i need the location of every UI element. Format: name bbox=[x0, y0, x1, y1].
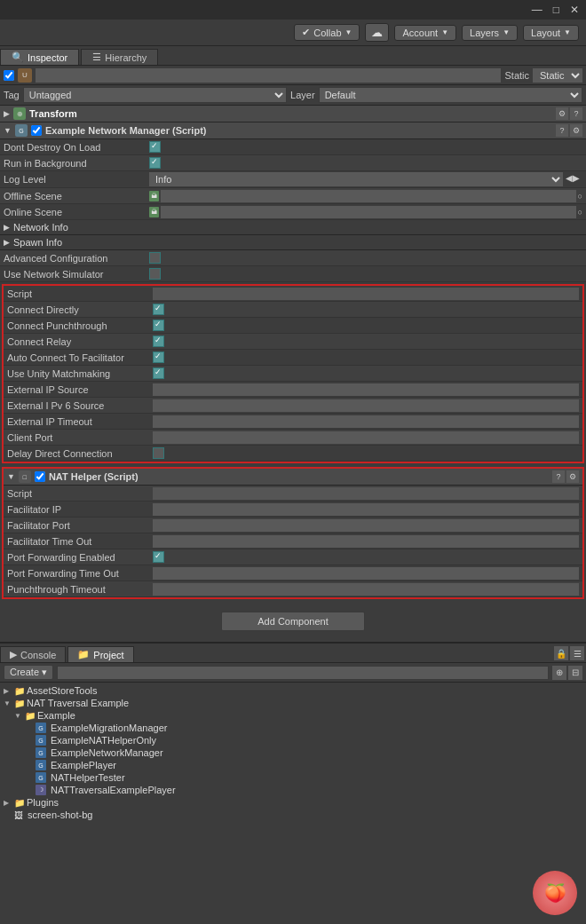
project-icon: 📁 bbox=[77, 649, 90, 660]
external-ip-source-input[interactable]: http://ipv4.icanhazip.com bbox=[153, 383, 579, 396]
external-ip-timeout-input[interactable]: 10 bbox=[153, 415, 579, 428]
layer-dropdown[interactable]: Default bbox=[319, 87, 582, 103]
facilitator-port-input[interactable]: 61111 bbox=[153, 519, 579, 532]
panel-menu-button[interactable]: ☰ bbox=[570, 646, 584, 660]
transform-help-button[interactable]: ? bbox=[570, 107, 582, 120]
collab-icon: ✔ bbox=[302, 27, 310, 38]
facilitator-ip-row: Facilitator IP grabblesgame.com bbox=[4, 501, 582, 517]
tab-project[interactable]: 📁 Project bbox=[67, 646, 133, 662]
connect-punchthrough-checkbox[interactable] bbox=[153, 320, 164, 331]
chevron-down-icon: ▼ bbox=[564, 28, 571, 36]
list-item[interactable]: ▶ 📁 AssetStoreTools bbox=[0, 684, 586, 697]
static-dropdown[interactable]: Static bbox=[533, 68, 582, 83]
cloud-button[interactable]: ☁ bbox=[365, 23, 389, 42]
tab-inspector[interactable]: 🔍 Inspector bbox=[0, 49, 79, 65]
advanced-config-checkbox[interactable] bbox=[149, 252, 161, 264]
external-ipv6-source-input[interactable]: http://ipv6.icanhazip.com bbox=[153, 399, 579, 412]
tab-bar: 🔍 Inspector ☰ Hierarchy bbox=[0, 46, 586, 66]
punchthrough-timeout-input[interactable]: 30 bbox=[153, 583, 579, 596]
delay-direct-row: Delay Direct Connection bbox=[4, 446, 582, 462]
network-manager-header[interactable]: ▼ G Example Network Manager (Script) ? ⚙ bbox=[0, 122, 586, 139]
layers-button[interactable]: Layers ▼ bbox=[462, 25, 518, 41]
facilitator-timeout-label: Facilitator Time Out bbox=[7, 536, 149, 547]
use-network-sim-checkbox[interactable] bbox=[149, 268, 161, 280]
view-button[interactable]: ⊟ bbox=[568, 666, 582, 680]
dont-destroy-checkbox[interactable] bbox=[149, 141, 161, 153]
add-component-button[interactable]: Add Component bbox=[221, 612, 365, 631]
network-info-row[interactable]: ▶ Network Info bbox=[0, 220, 586, 235]
component-help-button[interactable]: ? bbox=[556, 124, 568, 137]
connect-directly-checkbox[interactable] bbox=[153, 304, 164, 315]
online-scene-icon: 🏔 bbox=[149, 207, 159, 217]
facilitator-ip-label: Facilitator IP bbox=[7, 504, 149, 515]
list-item[interactable]: G NATHelperTester bbox=[0, 771, 586, 784]
script-icon: G bbox=[36, 747, 46, 758]
facilitator-timeout-input[interactable]: 30 bbox=[153, 535, 579, 548]
list-item[interactable]: ☽ NATTraversalExamplePlayer bbox=[0, 784, 586, 796]
external-ip-timeout-label: External IP Timeout bbox=[7, 416, 149, 427]
transform-icon: ⊕ bbox=[13, 107, 26, 120]
facilitator-port-label: Facilitator Port bbox=[7, 520, 149, 531]
tag-dropdown[interactable]: Untagged bbox=[23, 87, 287, 103]
delay-direct-label: Delay Direct Connection bbox=[7, 448, 149, 459]
auto-connect-checkbox[interactable] bbox=[153, 351, 164, 363]
layout-button[interactable]: Layout ▼ bbox=[523, 25, 579, 41]
run-in-bg-row: Run in Background bbox=[0, 155, 586, 171]
list-item[interactable]: 🖼 screen-shot-bg bbox=[0, 809, 586, 821]
tab-hierarchy[interactable]: ☰ Hierarchy bbox=[81, 49, 158, 65]
port-forwarding-timeout-row: Port Forwarding Time Out 10 bbox=[4, 565, 582, 581]
account-button[interactable]: Account ▼ bbox=[394, 25, 456, 41]
panel-lock-button[interactable]: 🔒 bbox=[554, 646, 568, 660]
component-settings-button[interactable]: ⚙ bbox=[570, 124, 582, 137]
maximize-button[interactable]: □ bbox=[553, 4, 559, 16]
list-item[interactable]: ▶ 📁 Plugins bbox=[0, 796, 586, 809]
collab-button[interactable]: ✔ Collab ▼ bbox=[294, 24, 360, 41]
transform-header[interactable]: ▶ ⊕ Transform ⚙ ? bbox=[0, 106, 586, 122]
log-level-dropdown[interactable]: Info bbox=[149, 172, 563, 186]
list-item[interactable]: G ExampleNetworkManager bbox=[0, 746, 586, 759]
object-active-checkbox[interactable] bbox=[4, 70, 14, 81]
nat-helper-header[interactable]: ▼ □ NAT Helper (Script) ? ⚙ bbox=[4, 469, 582, 486]
nat-help-button[interactable]: ? bbox=[552, 470, 565, 483]
list-item[interactable]: ▼ 📁 Example bbox=[0, 709, 586, 722]
port-forwarding-checkbox[interactable] bbox=[153, 551, 164, 563]
external-ipv6-source-label: External I Pv 6 Source bbox=[7, 400, 149, 411]
connect-relay-checkbox[interactable] bbox=[153, 336, 164, 347]
list-item[interactable]: G ExampleMigrationManager bbox=[0, 722, 586, 734]
close-button[interactable]: ✕ bbox=[570, 4, 579, 16]
run-in-bg-checkbox[interactable] bbox=[149, 157, 161, 169]
script-input[interactable]: ExampleNetworkManager bbox=[153, 288, 579, 300]
nat-helper-checkbox[interactable] bbox=[35, 471, 45, 482]
use-unity-matchmaking-checkbox[interactable] bbox=[153, 367, 164, 379]
offline-scene-input[interactable]: None (Scene Asset) bbox=[161, 190, 575, 202]
filter-button[interactable]: ⊕ bbox=[552, 666, 566, 680]
list-item[interactable]: G ExamplePlayer bbox=[0, 759, 586, 771]
client-port-input[interactable]: 0 bbox=[153, 431, 579, 444]
nat-script-input[interactable]: NATHelper bbox=[153, 487, 579, 500]
offline-scene-icon: 🏔 bbox=[149, 191, 159, 201]
spawn-info-row[interactable]: ▶ Spawn Info bbox=[0, 235, 586, 250]
tab-console[interactable]: ▶ Console bbox=[0, 646, 66, 662]
project-search-input[interactable] bbox=[57, 666, 549, 680]
script-icon: G bbox=[36, 723, 46, 733]
auto-connect-label: Auto Connect To Facilitator bbox=[7, 352, 149, 363]
nat-settings-button[interactable]: ⚙ bbox=[566, 470, 579, 483]
online-scene-input[interactable]: None (Scene Asset) bbox=[161, 206, 575, 218]
list-item[interactable]: ▼ 📁 NAT Traversal Example bbox=[0, 697, 586, 709]
delay-direct-checkbox[interactable] bbox=[153, 447, 164, 459]
list-item[interactable]: G ExampleNATHelperOnly bbox=[0, 734, 586, 746]
network-manager-checkbox[interactable] bbox=[31, 125, 42, 136]
main-toolbar: ✔ Collab ▼ ☁ Account ▼ Layers ▼ Layout ▼ bbox=[0, 20, 586, 46]
nat-script-row: Script NATHelper bbox=[4, 486, 582, 501]
port-forwarding-timeout-input[interactable]: 10 bbox=[153, 567, 579, 580]
object-name-input[interactable]: NetworkManager bbox=[36, 68, 501, 83]
tree-arrow-icon: ▼ bbox=[4, 699, 12, 707]
nat-script-label: Script bbox=[7, 488, 149, 499]
transform-settings-button[interactable]: ⚙ bbox=[556, 107, 568, 120]
chevron-down-icon: ▼ bbox=[503, 28, 510, 36]
create-button[interactable]: Create ▾ bbox=[4, 665, 53, 680]
folder-icon: 📁 bbox=[25, 711, 36, 721]
transform-title: Transform bbox=[29, 108, 77, 119]
minimize-button[interactable]: — bbox=[532, 4, 542, 16]
facilitator-ip-input[interactable]: grabblesgame.com bbox=[153, 503, 579, 516]
